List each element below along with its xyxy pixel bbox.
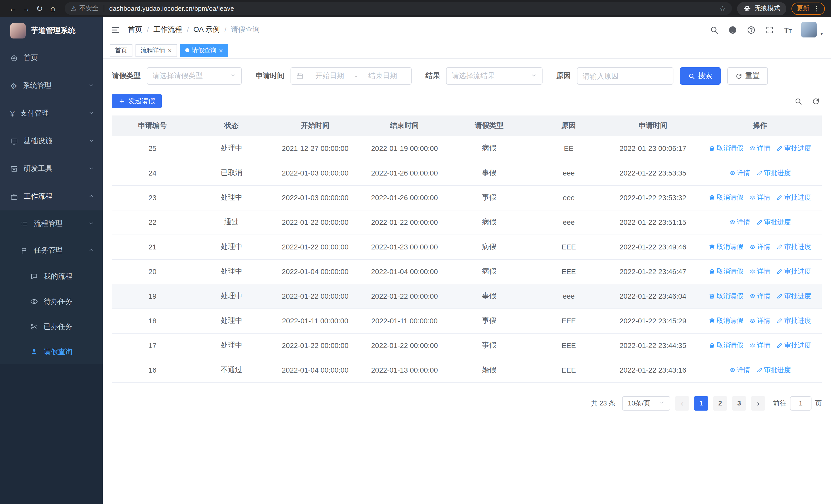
table-row[interactable]: 25处理中2021-12-27 00:00:002022-01-19 00:00… xyxy=(112,136,822,161)
sidebar-item-基础设施[interactable]: 基础设施 xyxy=(0,127,103,155)
goto-page-input[interactable] xyxy=(790,396,811,410)
detail-action-link[interactable]: 详情 xyxy=(749,267,770,276)
sidebar-item-待办任务[interactable]: 待办任务 xyxy=(0,289,103,314)
progress-action-link[interactable]: 审批进度 xyxy=(777,242,811,251)
page-button-1[interactable]: 1 xyxy=(694,396,708,410)
date-range-picker[interactable]: 开始日期 - 结束日期 xyxy=(290,67,412,85)
search-button[interactable]: 搜索 xyxy=(680,67,721,85)
refresh-table-icon[interactable] xyxy=(812,97,820,105)
app-logo[interactable]: 芋道管理系统 xyxy=(0,17,103,44)
home-icon[interactable]: ⌂ xyxy=(46,4,60,13)
back-icon[interactable]: ← xyxy=(6,4,20,13)
progress-action-link[interactable]: 审批进度 xyxy=(777,267,811,276)
detail-action-link[interactable]: 详情 xyxy=(749,193,770,202)
page-button-2[interactable]: 2 xyxy=(713,396,727,410)
table-row[interactable]: 16不通过2022-01-04 00:00:002022-01-13 00:00… xyxy=(112,358,822,382)
table-row[interactable]: 19处理中2022-01-22 00:00:002022-01-22 00:00… xyxy=(112,284,822,308)
progress-action-link[interactable]: 审批进度 xyxy=(777,292,811,301)
forward-icon[interactable]: → xyxy=(20,4,33,13)
sidebar-item-请假查询[interactable]: 请假查询 xyxy=(0,339,103,364)
table-header: 申请编号 状态 开始时间 结束时间 请假类型 原因 申请时间 操作 xyxy=(112,116,822,136)
sidebar-item-任务管理[interactable]: 任务管理 xyxy=(0,237,103,264)
sidebar-item-我的流程[interactable]: 我的流程 xyxy=(0,264,103,289)
avatar-caret-icon[interactable]: ▾ xyxy=(821,31,823,37)
detail-action-link[interactable]: 详情 xyxy=(729,168,750,178)
table-row[interactable]: 21处理中2022-01-22 00:00:002022-01-23 00:00… xyxy=(112,235,822,259)
reload-icon[interactable]: ↻ xyxy=(33,4,46,13)
search-icon[interactable] xyxy=(710,25,719,34)
not-secure-warning[interactable]: ⚠ 不安全 xyxy=(71,4,98,13)
sidebar-item-已办任务[interactable]: 已办任务 xyxy=(0,314,103,339)
page-button-3[interactable]: 3 xyxy=(732,396,746,410)
fullscreen-icon[interactable] xyxy=(765,25,774,34)
tab-process-detail[interactable]: 流程详情 × xyxy=(136,44,177,57)
browser-update-button[interactable]: 更新 ⋮ xyxy=(792,2,825,14)
tab-leave-query[interactable]: 请假查询 × xyxy=(180,44,228,57)
cancel-action-link[interactable]: 取消请假 xyxy=(709,316,743,325)
close-tab-icon[interactable]: × xyxy=(168,47,172,54)
user-avatar[interactable] xyxy=(801,22,817,37)
detail-action-link[interactable]: 详情 xyxy=(749,292,770,301)
detail-action-link[interactable]: 详情 xyxy=(749,316,770,325)
show-search-icon[interactable] xyxy=(795,97,802,105)
sidebar-item-系统管理[interactable]: ⚙系统管理 xyxy=(0,72,103,99)
cell-start: 2022-01-22 00:00:00 xyxy=(270,210,360,235)
cell-status: 通过 xyxy=(193,210,270,235)
result-select[interactable]: 请选择流结果 xyxy=(446,67,543,85)
browser-chrome: ← → ↻ ⌂ ⚠ 不安全 dashboard.yudao.iocoder.cn… xyxy=(0,0,831,17)
progress-action-link[interactable]: 审批进度 xyxy=(756,168,791,178)
close-tab-icon[interactable]: × xyxy=(219,47,223,54)
sidebar-item-流程管理[interactable]: 流程管理 xyxy=(0,210,103,237)
detail-action-link[interactable]: 详情 xyxy=(729,217,750,227)
browser-menu-icon[interactable]: ⋮ xyxy=(813,5,820,12)
progress-action-link[interactable]: 审批进度 xyxy=(777,193,811,202)
tab-home[interactable]: 首页 xyxy=(110,44,133,57)
yen-icon: ¥ xyxy=(10,110,15,117)
font-size-icon[interactable]: TT xyxy=(784,25,792,34)
sidebar-item-研发工具[interactable]: 研发工具 xyxy=(0,155,103,183)
cancel-action-link[interactable]: 取消请假 xyxy=(709,267,743,276)
help-icon[interactable] xyxy=(747,25,755,34)
detail-action-link[interactable]: 详情 xyxy=(749,144,770,153)
table-row[interactable]: 24已取消2022-01-03 00:00:002022-01-26 00:00… xyxy=(112,161,822,185)
cell-reason: EEE xyxy=(530,308,608,333)
sidebar-item-工作流程[interactable]: 工作流程 xyxy=(0,183,103,210)
breadcrumb-home[interactable]: 首页 xyxy=(128,25,142,34)
prev-page-button[interactable]: ‹ xyxy=(675,396,689,410)
cancel-action-link[interactable]: 取消请假 xyxy=(709,193,743,202)
progress-action-link[interactable]: 审批进度 xyxy=(777,144,811,153)
detail-action-link[interactable]: 详情 xyxy=(749,341,770,350)
next-page-button[interactable]: › xyxy=(751,396,765,410)
github-icon[interactable] xyxy=(728,25,737,34)
cell-status: 处理中 xyxy=(193,308,270,333)
table-row[interactable]: 18处理中2022-01-11 00:00:002022-01-11 00:00… xyxy=(112,308,822,333)
progress-action-link[interactable]: 审批进度 xyxy=(756,365,791,375)
progress-action-link[interactable]: 审批进度 xyxy=(777,316,811,325)
breadcrumb-oa[interactable]: OA 示例 xyxy=(194,25,220,34)
reset-button[interactable]: 重置 xyxy=(727,67,768,85)
table-row[interactable]: 20处理中2022-01-04 00:00:002022-01-04 00:00… xyxy=(112,259,822,284)
detail-action-link[interactable]: 详情 xyxy=(729,365,750,375)
reason-input[interactable] xyxy=(582,72,668,80)
create-leave-button[interactable]: 发起请假 xyxy=(112,94,162,108)
collapse-menu-icon[interactable] xyxy=(111,25,120,34)
progress-action-link[interactable]: 审批进度 xyxy=(777,341,811,350)
cancel-action-link[interactable]: 取消请假 xyxy=(709,341,743,350)
progress-action-link[interactable]: 审批进度 xyxy=(756,217,791,227)
url-bar[interactable]: ⚠ 不安全 dashboard.yudao.iocoder.cn/bpm/oa/… xyxy=(65,2,732,15)
table-row[interactable]: 22通过2022-01-22 00:00:002022-01-22 00:00:… xyxy=(112,210,822,235)
incognito-badge: 无痕模式 xyxy=(737,2,786,15)
cancel-action-link[interactable]: 取消请假 xyxy=(709,144,743,153)
cancel-action-link[interactable]: 取消请假 xyxy=(709,242,743,251)
bookmark-star-icon[interactable]: ☆ xyxy=(719,4,726,12)
breadcrumb-workflow[interactable]: 工作流程 xyxy=(153,25,182,34)
detail-action-link[interactable]: 详情 xyxy=(749,242,770,251)
table-row[interactable]: 23处理中2022-01-03 00:00:002022-01-26 00:00… xyxy=(112,185,822,210)
breadcrumb: 首页 / 工作流程 / OA 示例 / 请假查询 xyxy=(128,25,260,34)
page-size-select[interactable]: 10条/页 xyxy=(622,396,670,410)
sidebar-item-支付管理[interactable]: ¥支付管理 xyxy=(0,99,103,127)
table-row[interactable]: 17处理中2022-01-22 00:00:002022-01-22 00:00… xyxy=(112,333,822,358)
cancel-action-link[interactable]: 取消请假 xyxy=(709,292,743,301)
leave-type-select[interactable]: 请选择请假类型 xyxy=(147,67,242,85)
sidebar-item-首页[interactable]: 首页 xyxy=(0,44,103,72)
